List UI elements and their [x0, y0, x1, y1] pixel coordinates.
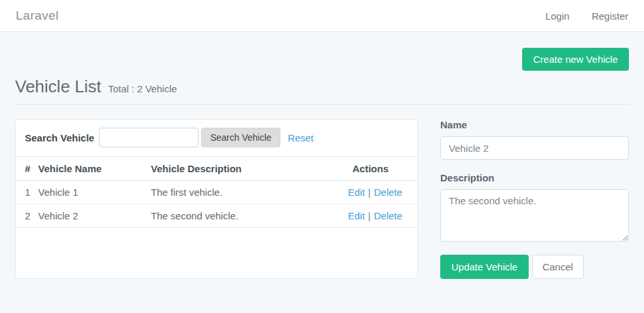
search-label: Search Vehicle	[25, 132, 94, 143]
delete-link[interactable]: Delete	[374, 210, 402, 221]
search-button[interactable]: Search Vehicle	[201, 128, 280, 147]
description-label: Description	[440, 172, 629, 183]
form-buttons: Update Vehicle Cancel	[440, 255, 629, 279]
total-count-label: Total : 2 Vehicle	[108, 83, 177, 94]
column-header-num: #	[16, 157, 34, 181]
row-1-actions: Edit|Delete	[344, 181, 417, 204]
column-header-name: Vehicle Name	[34, 157, 147, 181]
content-container: Create new Vehicle Vehicle List Total : …	[0, 48, 644, 279]
main-row: Search Vehicle Search Vehicle Reset # Ve…	[15, 119, 629, 279]
table-row-2: 2 Vehicle 2 The second vehicle. Edit|Del…	[16, 204, 417, 228]
name-field[interactable]	[440, 136, 629, 160]
row-2-num: 2	[16, 204, 34, 228]
vehicle-list-card: Search Vehicle Search Vehicle Reset # Ve…	[15, 119, 418, 279]
nav-links: Login Register	[523, 10, 628, 22]
edit-link[interactable]: Edit	[348, 210, 365, 221]
row-1-num: 1	[16, 181, 34, 204]
table-body: 1 Vehicle 1 The first vehicle. Edit|Dele…	[16, 181, 417, 228]
create-vehicle-button[interactable]: Create new Vehicle	[522, 48, 629, 71]
column-header-actions: Actions	[344, 157, 417, 181]
reset-link[interactable]: Reset	[288, 132, 313, 143]
search-row: Search Vehicle Search Vehicle Reset	[16, 120, 417, 156]
nav-link-register[interactable]: Register	[592, 10, 628, 22]
delete-link[interactable]: Delete	[374, 187, 402, 198]
heading-row: Vehicle List Total : 2 Vehicle	[15, 77, 629, 97]
search-input[interactable]	[99, 128, 199, 147]
vehicle-table: # Vehicle Name Vehicle Description Actio…	[16, 156, 417, 228]
page-title: Vehicle List	[15, 77, 102, 96]
page: Laravel Login Register Create new Vehicl…	[0, 0, 644, 313]
row-1-name: Vehicle 1	[34, 181, 147, 204]
cancel-button[interactable]: Cancel	[532, 255, 584, 279]
edit-link[interactable]: Edit	[348, 187, 365, 198]
table-row-1: 1 Vehicle 1 The first vehicle. Edit|Dele…	[16, 181, 417, 204]
row-2-name: Vehicle 2	[34, 204, 147, 228]
nav-link-login[interactable]: Login	[545, 10, 569, 22]
row-2-description: The second vehicle.	[147, 204, 344, 228]
brand-link[interactable]: Laravel	[16, 9, 59, 23]
update-vehicle-button[interactable]: Update Vehicle	[440, 255, 529, 279]
row-1-description: The first vehicle.	[147, 181, 344, 204]
description-field[interactable]: The second vehicle.	[440, 189, 629, 242]
column-header-description: Vehicle Description	[147, 157, 344, 181]
name-label: Name	[440, 119, 629, 130]
navbar: Laravel Login Register	[0, 0, 644, 32]
table-header: # Vehicle Name Vehicle Description Actio…	[16, 157, 417, 181]
action-separator: |	[368, 210, 371, 221]
create-row: Create new Vehicle	[15, 48, 629, 71]
action-separator: |	[368, 187, 371, 198]
row-2-actions: Edit|Delete	[344, 204, 417, 228]
divider	[15, 104, 629, 105]
vehicle-edit-form: Name Description The second vehicle. Upd…	[440, 119, 629, 279]
